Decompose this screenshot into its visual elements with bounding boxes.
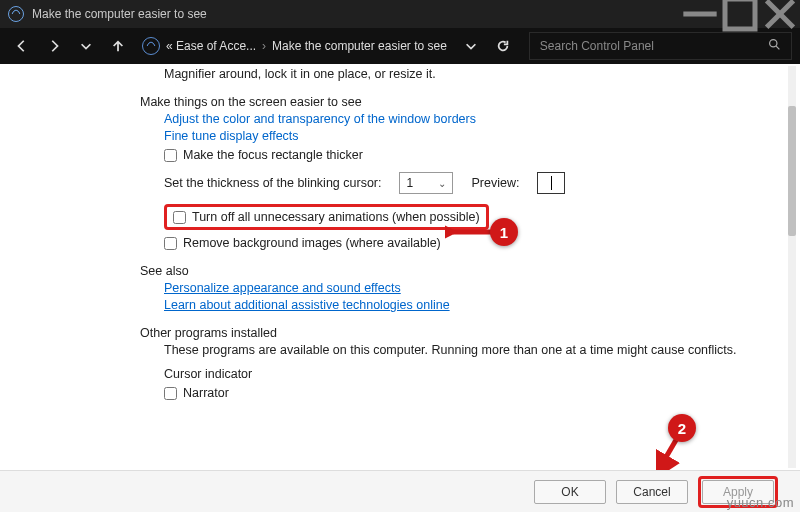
- chevron-down-icon: ⌄: [438, 178, 446, 189]
- section-other-programs: Other programs installed: [140, 326, 766, 340]
- link-learn-assistive[interactable]: Learn about additional assistive technol…: [164, 298, 450, 312]
- other-programs-desc: These programs are available on this com…: [140, 343, 766, 357]
- checkbox-animations[interactable]: Turn off all unnecessary animations (whe…: [173, 210, 480, 224]
- section-make-things: Make things on the screen easier to see: [140, 95, 766, 109]
- checkbox-animations-label: Turn off all unnecessary animations (whe…: [192, 210, 480, 224]
- app-icon: [8, 6, 24, 22]
- recent-locations-button[interactable]: [72, 32, 100, 60]
- ok-button[interactable]: OK: [534, 480, 606, 504]
- link-fine-tune[interactable]: Fine tune display effects: [164, 129, 299, 143]
- checkbox-narrator-input[interactable]: [164, 387, 177, 400]
- section-see-also: See also: [140, 264, 766, 278]
- checkbox-focus-label: Make the focus rectangle thicker: [183, 148, 363, 162]
- maximize-button[interactable]: [720, 0, 760, 28]
- cursor-thickness-value: 1: [406, 176, 413, 190]
- content-area: Magnifier around, lock it in one place, …: [0, 64, 786, 470]
- checkbox-focus-input[interactable]: [164, 149, 177, 162]
- refresh-button[interactable]: [489, 32, 517, 60]
- search-placeholder: Search Control Panel: [540, 39, 654, 53]
- breadcrumb-seg1[interactable]: « Ease of Acce...: [166, 39, 256, 53]
- magnifier-desc-tail: Magnifier around, lock it in one place, …: [140, 67, 766, 81]
- toolbar: « Ease of Acce... › Make the computer ea…: [0, 28, 800, 64]
- scrollbar[interactable]: [788, 66, 796, 468]
- annotation-bubble-1: 1: [490, 218, 518, 246]
- minimize-button[interactable]: [680, 0, 720, 28]
- checkbox-focus-rectangle[interactable]: Make the focus rectangle thicker: [140, 148, 766, 162]
- close-button[interactable]: [760, 0, 800, 28]
- search-icon: [768, 38, 781, 54]
- chevron-right-icon: ›: [262, 39, 266, 53]
- cursor-thickness-row: Set the thickness of the blinking cursor…: [140, 172, 766, 194]
- cancel-button[interactable]: Cancel: [616, 480, 688, 504]
- svg-line-7: [662, 440, 676, 464]
- control-panel-icon: [142, 37, 160, 55]
- annotation-bubble-2: 2: [668, 414, 696, 442]
- titlebar: Make the computer easier to see: [0, 0, 800, 28]
- preview-label: Preview:: [471, 176, 519, 190]
- checkbox-narrator[interactable]: Narrator: [140, 386, 766, 400]
- cursor-indicator-label: Cursor indicator: [140, 367, 766, 381]
- checkbox-bg-images-input[interactable]: [164, 237, 177, 250]
- forward-button[interactable]: [40, 32, 68, 60]
- footer: OK Cancel Apply: [0, 470, 800, 512]
- svg-point-4: [770, 40, 777, 47]
- annotation-arrow-2: [656, 438, 686, 474]
- svg-rect-1: [725, 0, 755, 29]
- scrollbar-thumb[interactable]: [788, 106, 796, 236]
- checkbox-narrator-label: Narrator: [183, 386, 229, 400]
- checkbox-bg-images-label: Remove background images (where availabl…: [183, 236, 441, 250]
- callout-1-number: 1: [500, 224, 508, 241]
- link-adjust-color[interactable]: Adjust the color and transparency of the…: [164, 112, 476, 126]
- cursor-preview: [537, 172, 565, 194]
- window-title: Make the computer easier to see: [32, 7, 207, 21]
- svg-line-5: [776, 46, 779, 49]
- watermark: yuucn.com: [727, 495, 794, 510]
- breadcrumb[interactable]: « Ease of Acce... › Make the computer ea…: [136, 32, 453, 60]
- link-personalize[interactable]: Personalize appearance and sound effects: [164, 281, 401, 295]
- search-input[interactable]: Search Control Panel: [529, 32, 792, 60]
- callout-2-number: 2: [678, 420, 686, 437]
- cursor-thickness-combo[interactable]: 1 ⌄: [399, 172, 453, 194]
- breadcrumb-dropdown[interactable]: [457, 32, 485, 60]
- highlight-animations: Turn off all unnecessary animations (whe…: [164, 204, 489, 230]
- back-button[interactable]: [8, 32, 36, 60]
- up-button[interactable]: [104, 32, 132, 60]
- checkbox-animations-input[interactable]: [173, 211, 186, 224]
- breadcrumb-seg2[interactable]: Make the computer easier to see: [272, 39, 447, 53]
- cursor-thickness-label: Set the thickness of the blinking cursor…: [164, 176, 381, 190]
